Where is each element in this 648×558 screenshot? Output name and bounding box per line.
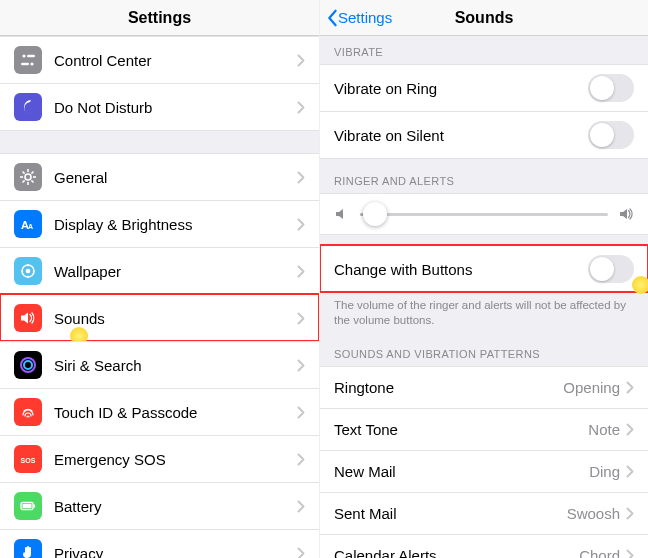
sound-row-text-tone[interactable]: Text ToneNote (320, 408, 648, 450)
chevron-right-icon (297, 547, 305, 559)
chevron-right-icon (626, 381, 634, 394)
settings-row-display-brightness[interactable]: AADisplay & Brightness (0, 200, 319, 247)
cell-label: General (54, 169, 297, 186)
cell-label: Text Tone (334, 421, 588, 438)
toggle-switch[interactable] (588, 74, 634, 102)
explainer-text: The volume of the ringer and alerts will… (320, 292, 648, 338)
cell-value: Note (588, 421, 620, 438)
speaker-icon (14, 304, 42, 332)
svg-rect-1 (27, 55, 35, 57)
vibrate-row-1[interactable]: Vibrate on Silent (320, 111, 648, 159)
svg-text:SOS: SOS (21, 457, 36, 464)
settings-row-sounds[interactable]: Sounds (0, 294, 319, 341)
group-spacer (0, 131, 319, 153)
chevron-right-icon (297, 265, 305, 278)
cell-label: Emergency SOS (54, 451, 297, 468)
cell-label: New Mail (334, 463, 589, 480)
cell-value: Chord (579, 547, 620, 558)
cell-label: Vibrate on Silent (334, 127, 588, 144)
cell-label: Touch ID & Passcode (54, 404, 297, 421)
chevron-left-icon (326, 9, 338, 27)
cell-label: Sent Mail (334, 505, 567, 522)
back-button[interactable]: Settings (326, 0, 392, 35)
volume-slider-track[interactable] (360, 213, 608, 216)
cell-label: Calendar Alerts (334, 547, 579, 558)
siri-icon (14, 351, 42, 379)
chevron-right-icon (297, 500, 305, 513)
svg-line-9 (23, 172, 25, 174)
cell-label: Change with Buttons (334, 261, 588, 278)
toggle-switch[interactable] (588, 121, 634, 149)
cell-label: Battery (54, 498, 297, 515)
cell-value: Opening (563, 379, 620, 396)
settings-row-do-not-disturb[interactable]: Do Not Disturb (0, 83, 319, 131)
moon-icon (14, 93, 42, 121)
settings-row-siri-search[interactable]: Siri & Search (0, 341, 319, 388)
svg-rect-26 (23, 504, 32, 508)
svg-point-0 (22, 54, 25, 57)
cell-label: Wallpaper (54, 263, 297, 280)
section-header-ringer: RINGER AND ALERTS (320, 159, 648, 193)
sound-row-calendar-alerts[interactable]: Calendar AlertsChord (320, 534, 648, 558)
hand-icon (14, 539, 42, 558)
chevron-right-icon (297, 54, 305, 67)
svg-point-4 (25, 174, 31, 180)
volume-slider-thumb[interactable] (363, 202, 387, 226)
cursor-highlight-icon (632, 276, 648, 294)
settings-row-touch-id-passcode[interactable]: Touch ID & Passcode (0, 388, 319, 435)
sound-row-ringtone[interactable]: RingtoneOpening (320, 366, 648, 408)
settings-row-control-center[interactable]: Control Center (0, 36, 319, 83)
volume-high-icon (618, 206, 634, 222)
svg-line-10 (31, 180, 33, 182)
cell-label: Sounds (54, 310, 297, 327)
wallpaper-icon (14, 257, 42, 285)
chevron-right-icon (626, 507, 634, 520)
sounds-panel: Settings Sounds VIBRATE Vibrate on RingV… (320, 0, 648, 558)
chevron-right-icon (626, 423, 634, 436)
volume-low-icon (334, 206, 350, 222)
svg-point-19 (21, 270, 23, 272)
chevron-right-icon (297, 312, 305, 325)
change-with-buttons-cell[interactable]: Change with Buttons (320, 245, 648, 292)
svg-line-11 (31, 172, 33, 174)
chevron-right-icon (297, 171, 305, 184)
page-title: Sounds (455, 9, 514, 27)
chevron-right-icon (297, 359, 305, 372)
section-header-patterns: SOUNDS AND VIBRATION PATTERNS (320, 338, 648, 366)
settings-row-emergency-sos[interactable]: SOSEmergency SOS (0, 435, 319, 482)
chevron-right-icon (626, 465, 634, 478)
settings-row-general[interactable]: General (0, 153, 319, 200)
back-label: Settings (338, 9, 392, 26)
svg-rect-3 (21, 63, 29, 65)
gear-icon (14, 163, 42, 191)
svg-point-18 (27, 276, 29, 278)
vibrate-row-0[interactable]: Vibrate on Ring (320, 64, 648, 111)
settings-main-panel: Settings Control CenterDo Not Disturb Ge… (0, 0, 320, 558)
chevron-right-icon (297, 406, 305, 419)
sos-icon: SOS (14, 445, 42, 473)
cell-label: Siri & Search (54, 357, 297, 374)
settings-row-battery[interactable]: Battery (0, 482, 319, 529)
volume-slider-row[interactable] (320, 193, 648, 235)
fingerprint-icon (14, 398, 42, 426)
svg-point-16 (26, 269, 31, 274)
cell-label: Display & Brightness (54, 216, 297, 233)
svg-point-22 (24, 361, 32, 369)
control-center-icon (14, 46, 42, 74)
sound-row-new-mail[interactable]: New MailDing (320, 450, 648, 492)
chevron-right-icon (626, 549, 634, 558)
cell-value: Ding (589, 463, 620, 480)
settings-row-wallpaper[interactable]: Wallpaper (0, 247, 319, 294)
settings-row-privacy[interactable]: Privacy (0, 529, 319, 558)
cell-label: Vibrate on Ring (334, 80, 588, 97)
sound-row-sent-mail[interactable]: Sent MailSwoosh (320, 492, 648, 534)
text-size-icon: AA (14, 210, 42, 238)
svg-line-12 (23, 180, 25, 182)
cell-label: Privacy (54, 545, 297, 559)
chevron-right-icon (297, 218, 305, 231)
page-title: Settings (128, 9, 191, 27)
svg-point-17 (27, 264, 29, 266)
battery-icon (14, 492, 42, 520)
sounds-header: Settings Sounds (320, 0, 648, 36)
toggle-switch[interactable] (588, 255, 634, 283)
